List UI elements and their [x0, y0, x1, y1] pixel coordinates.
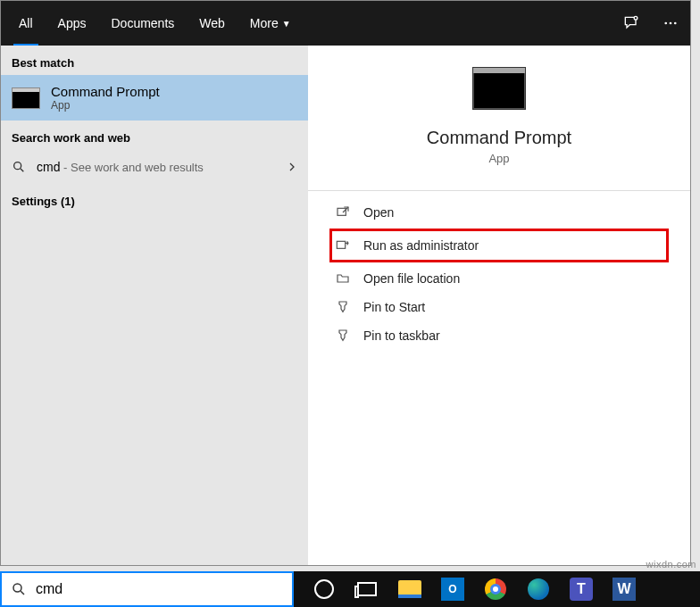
outlook-button[interactable]: O	[431, 571, 474, 607]
svg-rect-6	[338, 208, 346, 215]
edge-button[interactable]	[517, 571, 560, 607]
word-icon: W	[612, 578, 636, 601]
pin-start-icon	[335, 300, 351, 314]
watermark: wixdn.com	[646, 559, 696, 570]
cortana-icon	[314, 579, 334, 599]
action-pin-to-start[interactable]: Pin to Start	[335, 293, 663, 321]
work-hint: - See work and web results	[60, 161, 203, 174]
action-pin-to-taskbar[interactable]: Pin to taskbar	[335, 321, 663, 350]
work-query: cmd	[37, 160, 60, 174]
action-open[interactable]: Open	[335, 198, 663, 227]
cortana-button[interactable]	[303, 571, 346, 607]
action-open-loc-label: Open file location	[363, 271, 460, 286]
best-match-result[interactable]: Command Prompt App	[1, 75, 308, 121]
pin-taskbar-icon	[335, 328, 351, 343]
search-body: Best match Command Prompt App Search wor…	[1, 46, 690, 565]
task-view-button[interactable]	[346, 571, 388, 607]
taskbar: O T W	[294, 571, 700, 607]
chevron-down-icon: ▼	[282, 19, 291, 29]
search-work-web-result[interactable]: cmd - See work and web results	[1, 150, 308, 184]
file-explorer-button[interactable]	[388, 571, 431, 607]
action-open-file-location[interactable]: Open file location	[335, 264, 663, 293]
search-icon	[12, 160, 28, 174]
open-icon	[335, 205, 351, 220]
tab-all[interactable]: All	[6, 1, 46, 46]
best-match-title: Command Prompt	[51, 84, 160, 99]
chrome-icon	[485, 578, 506, 600]
start-search-panel: All Apps Documents Web More ▼ Best match…	[0, 0, 691, 566]
best-match-header: Best match	[1, 46, 308, 75]
folder-icon	[335, 271, 351, 286]
command-prompt-large-icon	[472, 67, 526, 110]
teams-icon: T	[570, 578, 593, 601]
svg-point-1	[664, 22, 667, 25]
results-left-pane: Best match Command Prompt App Search wor…	[1, 46, 308, 565]
teams-button[interactable]: T	[560, 571, 603, 607]
settings-header: Settings (1)	[1, 184, 308, 213]
preview-pane: Command Prompt App Open Run as administr…	[308, 46, 690, 565]
more-options-icon[interactable]	[651, 1, 690, 46]
preview-title: Command Prompt	[427, 128, 571, 148]
svg-line-5	[21, 169, 23, 171]
outlook-icon: O	[441, 578, 464, 601]
tab-more-label: More	[250, 16, 279, 30]
svg-rect-8	[337, 241, 345, 248]
action-open-label: Open	[363, 205, 394, 220]
best-match-subtitle: App	[51, 99, 160, 112]
task-view-icon	[357, 582, 377, 596]
tab-documents[interactable]: Documents	[98, 1, 187, 46]
edge-icon	[528, 578, 549, 600]
tab-apps[interactable]: Apps	[46, 1, 99, 46]
svg-point-2	[670, 22, 672, 25]
svg-point-0	[634, 16, 638, 20]
search-icon	[11, 581, 27, 597]
chevron-right-icon	[287, 162, 297, 172]
admin-icon	[335, 238, 351, 253]
preview-actions: Open Run as administrator Open file loca…	[308, 190, 690, 350]
word-button[interactable]: W	[603, 571, 646, 607]
action-run-admin-label: Run as administrator	[363, 238, 479, 253]
search-work-web-header: Search work and web	[1, 121, 308, 150]
action-pin-task-label: Pin to taskbar	[363, 328, 440, 343]
search-tabs: All Apps Documents Web More ▼	[1, 1, 690, 46]
tab-web[interactable]: Web	[187, 1, 238, 46]
svg-point-9	[13, 584, 21, 592]
tab-more[interactable]: More ▼	[238, 1, 304, 46]
preview-subtitle: App	[488, 152, 509, 165]
feedback-icon[interactable]	[612, 1, 651, 46]
chrome-button[interactable]	[474, 571, 517, 607]
folder-icon	[398, 580, 421, 598]
svg-line-10	[21, 591, 24, 595]
svg-point-3	[674, 22, 677, 25]
command-prompt-icon	[12, 87, 40, 109]
search-input[interactable]	[36, 581, 283, 597]
action-pin-start-label: Pin to Start	[363, 300, 425, 314]
svg-point-4	[14, 162, 21, 170]
action-run-as-administrator[interactable]: Run as administrator	[329, 229, 669, 262]
taskbar-search-box[interactable]	[0, 571, 294, 607]
